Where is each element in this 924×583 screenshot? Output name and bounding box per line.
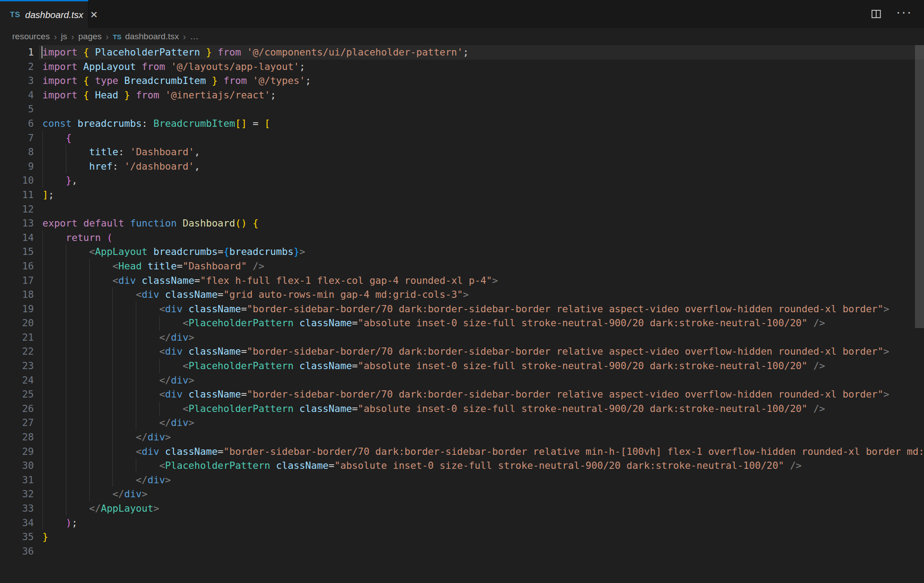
code-line[interactable] — [0, 102, 924, 116]
code-lines[interactable]: import { PlaceholderPattern } from '@/co… — [0, 45, 924, 558]
code-line[interactable]: </div> — [0, 473, 924, 487]
code-line[interactable]: </div> — [0, 416, 924, 430]
code-line[interactable]: <PlaceholderPattern className="absolute … — [0, 316, 924, 330]
code-line[interactable]: <PlaceholderPattern className="absolute … — [0, 359, 924, 373]
token: > — [189, 417, 194, 428]
code-line[interactable]: import { Head } from '@inertiajs/react'; — [0, 88, 924, 102]
code-editor[interactable]: 1234567891011121314151617181920212223242… — [0, 45, 924, 583]
token: = — [241, 389, 247, 400]
token: className — [276, 460, 329, 471]
token: href — [89, 161, 113, 172]
token — [808, 317, 813, 329]
token: "flex h-full flex-1 flex-col gap-4 round… — [200, 275, 492, 286]
code-line[interactable] — [0, 544, 924, 559]
token: ] — [42, 189, 48, 200]
code-line[interactable]: <Head title="Dashboard" /> — [0, 259, 924, 273]
token — [42, 375, 159, 386]
token — [124, 217, 130, 229]
indent-guide — [112, 359, 113, 373]
indent-guide — [136, 387, 136, 402]
code-line[interactable]: <div className="flex h-full flex-1 flex-… — [0, 273, 924, 288]
indent-guide — [42, 473, 43, 487]
indent-guide — [112, 387, 113, 402]
token: PlaceholderPattern — [189, 317, 294, 329]
token: { — [83, 89, 89, 101]
code-line[interactable]: { — [0, 131, 924, 145]
token: Head — [118, 260, 142, 272]
token: </ — [159, 417, 171, 428]
token: : — [112, 161, 124, 172]
indent-guide — [66, 330, 66, 345]
token: AppLayout — [95, 246, 148, 257]
vertical-scrollbar[interactable] — [915, 45, 924, 328]
token: div — [171, 375, 189, 386]
token: < — [183, 360, 189, 371]
code-line[interactable]: export default function Dashboard() { — [0, 216, 924, 231]
code-line[interactable]: import { type BreadcrumbItem } from '@/t… — [0, 74, 924, 88]
code-line[interactable]: <div className="grid auto-rows-min gap-4… — [0, 287, 924, 302]
indent-guide — [42, 430, 43, 444]
code-line[interactable]: <div className="border-sidebar-border/70… — [0, 344, 924, 359]
code-line[interactable]: const breadcrumbs: BreadcrumbItem[] = [ — [0, 116, 924, 131]
code-line[interactable]: } — [0, 530, 924, 544]
token: , — [72, 175, 78, 186]
token: div — [148, 474, 165, 486]
more-actions-icon[interactable]: ··· — [896, 12, 912, 16]
token: /> — [253, 260, 264, 272]
code-line[interactable]: import { PlaceholderPattern } from '@/co… — [0, 45, 924, 60]
code-line[interactable]: }, — [0, 173, 924, 188]
code-line[interactable]: <div className="border-sidebar-border/70… — [0, 302, 924, 316]
token — [136, 275, 142, 286]
token — [42, 417, 159, 428]
code-line[interactable]: href: '/dashboard', — [0, 159, 924, 174]
indent-guide — [89, 316, 90, 330]
code-line[interactable]: </div> — [0, 373, 924, 388]
token: '/dashboard' — [124, 161, 194, 172]
token: < — [112, 275, 118, 286]
token — [42, 517, 66, 528]
breadcrumb-pages[interactable]: pages — [79, 32, 102, 42]
code-line[interactable]: import AppLayout from '@/layouts/app-lay… — [0, 60, 924, 74]
code-line[interactable]: <PlaceholderPattern className="absolute … — [0, 402, 924, 416]
token: import — [42, 75, 83, 86]
indent-guide — [136, 416, 136, 430]
token: < — [159, 303, 165, 315]
token: title — [89, 146, 119, 157]
breadcrumb-symbol-tail[interactable]: … — [190, 32, 199, 42]
token: ; — [463, 46, 469, 58]
indent-guide — [42, 302, 43, 316]
code-line[interactable]: return ( — [0, 231, 924, 245]
breadcrumb-resources[interactable]: resources — [12, 32, 50, 42]
token: div — [148, 431, 165, 443]
split-editor-icon[interactable] — [870, 8, 882, 20]
token: div — [118, 275, 136, 286]
breadcrumb-js[interactable]: js — [61, 32, 67, 42]
typescript-file-icon: TS — [113, 33, 121, 41]
indent-guide — [89, 302, 90, 316]
token: "Dashboard" — [183, 260, 247, 272]
token: PlaceholderPattern — [189, 403, 294, 414]
breadcrumb-file[interactable]: TS dashboard.tsx — [113, 32, 179, 42]
code-line[interactable]: <AppLayout breadcrumbs={breadcrumbs}> — [0, 245, 924, 259]
token: > — [463, 289, 469, 300]
tab-title: dashboard.tsx — [25, 9, 83, 20]
tab-dashboard-tsx[interactable]: TS dashboard.tsx ✕ — [0, 0, 88, 28]
code-line[interactable] — [0, 202, 924, 217]
code-line[interactable]: <PlaceholderPattern className="absolute … — [0, 458, 924, 473]
token — [177, 217, 183, 229]
code-line[interactable]: <div className="border-sidebar-border/70… — [0, 387, 924, 402]
code-line[interactable]: </AppLayout> — [0, 501, 924, 516]
code-line[interactable]: </div> — [0, 487, 924, 501]
close-tab-icon[interactable]: ✕ — [90, 10, 98, 19]
code-line[interactable]: ]; — [0, 188, 924, 202]
indent-guide — [112, 444, 113, 459]
code-line[interactable]: </div> — [0, 330, 924, 345]
code-line[interactable]: </div> — [0, 430, 924, 444]
token: "absolute inset-0 size-full stroke-neutr… — [334, 460, 784, 471]
code-line[interactable]: ); — [0, 516, 924, 530]
token: '@/layouts/app-layout' — [171, 61, 300, 72]
token: /> — [813, 403, 825, 414]
token: div — [165, 303, 183, 315]
code-line[interactable]: <div className="border-sidebar-border/70… — [0, 444, 924, 459]
code-line[interactable]: title: 'Dashboard', — [0, 145, 924, 159]
